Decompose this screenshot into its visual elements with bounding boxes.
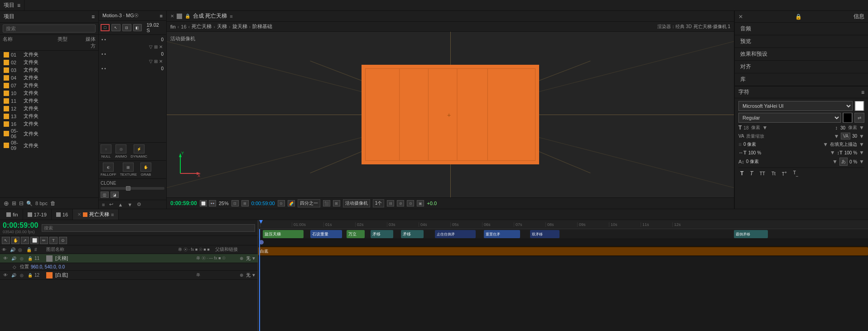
motion-grab-btn[interactable]: ✋ GRAB <box>140 163 151 177</box>
import-icon[interactable]: ⊟ <box>19 200 24 206</box>
glasses-icon[interactable]: 👓 <box>209 200 216 206</box>
layer12-parent-icon[interactable]: ⊕ <box>238 273 245 278</box>
draft-icon[interactable]: ⊙ <box>407 200 414 206</box>
view-mode-dropdown[interactable]: 四分之一 <box>298 199 320 207</box>
tab-death-close-btn[interactable]: ✕ <box>77 212 81 217</box>
font-family-select[interactable]: Microsoft YaHei UI <box>738 101 853 111</box>
motion-lock-btn[interactable]: ◧ <box>133 24 142 31</box>
region-icon[interactable]: ⊠ <box>333 200 340 206</box>
font-style-select[interactable]: Regular <box>738 113 841 123</box>
right-panel-close[interactable]: ✕ <box>738 14 743 20</box>
project-menu-btn[interactable]: ≡ <box>92 14 95 20</box>
timeline-ruler[interactable]: 01:00s 01s 02s 03s 04s 05s 06s 07s 08s 0… <box>258 220 868 229</box>
nav-audio[interactable]: 音频 <box>735 23 868 35</box>
block-badao[interactable]: 霸倒矛移 <box>734 230 768 238</box>
motion-blur-icon[interactable]: ⊘ <box>397 200 404 206</box>
swap-colors-btn[interactable]: ⇄ <box>854 113 864 123</box>
clone-btn-2[interactable]: ◪ <box>111 192 119 198</box>
breadcrumb-item4[interactable]: 阶梯基础 <box>252 23 272 30</box>
motion-settings-btn[interactable]: ⚙ <box>135 201 143 207</box>
block-wanli[interactable]: 万立 <box>347 230 365 238</box>
layer11-solo-icon[interactable]: ◎ <box>18 256 25 261</box>
layer11-lock-icon[interactable]: 🔒 <box>26 256 34 261</box>
nav-effects-presets[interactable]: 效果和预设 <box>735 48 868 61</box>
tracking-dropdown2[interactable]: ▼ <box>859 133 864 139</box>
motion-hamburger-btn[interactable]: ≡ <box>101 202 106 207</box>
tsum-dropdown[interactable]: ▼ <box>859 158 864 165</box>
stroke-dropdown[interactable]: ▼ <box>823 141 828 148</box>
camera-record-icon[interactable]: ⊙ <box>278 200 285 206</box>
tl-tool-parent[interactable]: ↗ <box>21 237 29 244</box>
snap-icon[interactable]: ⊟ <box>387 200 394 206</box>
motion-down-btn[interactable]: ▼ <box>126 202 134 207</box>
motion-falloff-btn[interactable]: ◐ FALLOFF <box>101 163 116 177</box>
timeline-search-input[interactable] <box>42 224 255 232</box>
monitor-icon[interactable]: ⬜ <box>200 200 207 206</box>
motion-dynamic-btn[interactable]: ⚡ DYNAMIC <box>130 144 147 158</box>
color-icon[interactable]: 🌈 <box>288 200 295 206</box>
breadcrumb-item1[interactable]: 死亡天梯 <box>192 23 212 30</box>
layer11-dropdown-btn[interactable]: ▼ <box>251 256 256 261</box>
project-search-input[interactable] <box>3 24 96 33</box>
layer12-solo-icon[interactable]: ◎ <box>18 273 25 278</box>
tracking-dropdown[interactable]: ▼ <box>834 133 839 139</box>
project-search-bar[interactable] <box>0 23 98 35</box>
motion-expand-btn[interactable]: ⊡ <box>122 24 131 31</box>
allcaps-TT-btn[interactable]: TT <box>758 170 767 177</box>
view-count-dropdown[interactable]: 1个 <box>373 199 385 207</box>
layer12-dropdown-btn[interactable]: ▼ <box>251 273 256 278</box>
breadcrumb-item2[interactable]: 天梯 <box>217 23 227 30</box>
smallcaps-Tt-btn[interactable]: Tt <box>770 170 777 177</box>
motion-null-btn[interactable]: ○ NULL <box>101 144 111 158</box>
file-item-07[interactable]: 07 文件夹 <box>0 82 98 89</box>
tl-tool-rect[interactable]: ⬜ <box>30 237 39 244</box>
block-mao1[interactable]: 矛移 <box>371 230 393 238</box>
grid-icon[interactable]: ⊞ <box>241 200 249 206</box>
block-chongzhi[interactable]: 重置住矛 <box>484 230 520 238</box>
layer12-audio-icon[interactable]: 🔊 <box>10 273 17 278</box>
layer-row-11[interactable]: 👁 🔊 ◎ 🔒 11 [天梯] 单 ☉ · — fx ■ ☉ ⊕ 无 ▼ <box>0 254 258 263</box>
block-mao2[interactable]: 矛移 <box>401 230 424 238</box>
font-size-dropdown[interactable]: ▼ <box>762 125 767 131</box>
sub-T-btn[interactable]: T_ <box>791 169 800 177</box>
nav-library[interactable]: 库 <box>735 73 868 86</box>
motion-preview-btn[interactable]: □ <box>101 24 110 31</box>
stroke-mode-dropdown[interactable]: ▼ <box>859 141 864 148</box>
font-color-swatch-white[interactable] <box>855 101 864 111</box>
file-item-03[interactable]: 03 文件夹 <box>0 66 98 74</box>
leading-dropdown[interactable]: ▼ <box>859 125 864 131</box>
tl-tool-text[interactable]: T <box>49 237 58 244</box>
file-item-0809[interactable]: 08-09 文件夹 <box>0 139 98 151</box>
block-orange-layer[interactable]: 白底 <box>258 247 868 255</box>
tab-17-19[interactable]: 17-19 <box>23 209 52 220</box>
motion-menu-btn[interactable]: ≡ <box>160 13 163 19</box>
file-item-12[interactable]: 12 文件夹 <box>0 105 98 112</box>
layer12-vis-icon[interactable]: 👁 <box>2 273 9 278</box>
block-zhizhu[interactable]: 止住住倒矛 <box>435 230 476 238</box>
file-item-13[interactable]: 13 文件夹 <box>0 112 98 120</box>
stroke-color-btn[interactable] <box>843 113 853 123</box>
breadcrumb-item3[interactable]: 旋天梯 <box>232 23 247 30</box>
tab-death-menu[interactable]: ≡ <box>111 212 114 217</box>
timeline-playhead[interactable] <box>259 229 260 331</box>
layer12-parent-select[interactable]: 无 <box>246 272 251 278</box>
add-comp-icon[interactable]: ⊞ <box>12 200 16 206</box>
search-icon[interactable]: 🔍 <box>26 201 33 206</box>
block-xuantia[interactable]: 旋压天梯 <box>263 230 304 238</box>
baseline-dropdown[interactable]: ▼ <box>832 158 838 165</box>
layer11-vis-icon[interactable]: 👁 <box>2 256 9 261</box>
motion-up-btn[interactable]: ▲ <box>116 202 124 207</box>
camera-mode-dropdown[interactable]: 活动摄像机 <box>343 199 370 207</box>
motion-texture-btn[interactable]: ▦ TEXTURE <box>120 163 137 177</box>
clone-slider[interactable] <box>101 187 164 190</box>
3d-icon[interactable]: ▣ <box>417 200 424 206</box>
tl-tool-camera[interactable]: ⊙ <box>59 237 67 244</box>
file-item-01[interactable]: 01 文件夹 <box>0 51 98 58</box>
scale-v-dropdown[interactable]: ▼ <box>859 149 864 156</box>
italic-T-btn[interactable]: T <box>748 169 755 177</box>
motion-cursor-btn[interactable]: ↖ <box>111 24 121 31</box>
tab-16[interactable]: 16 <box>52 209 73 220</box>
tl-tool-hand[interactable]: ✋ <box>11 237 19 244</box>
file-item-02[interactable]: 02 文件夹 <box>0 58 98 66</box>
motion-undo-btn[interactable]: ↩ <box>108 201 115 207</box>
